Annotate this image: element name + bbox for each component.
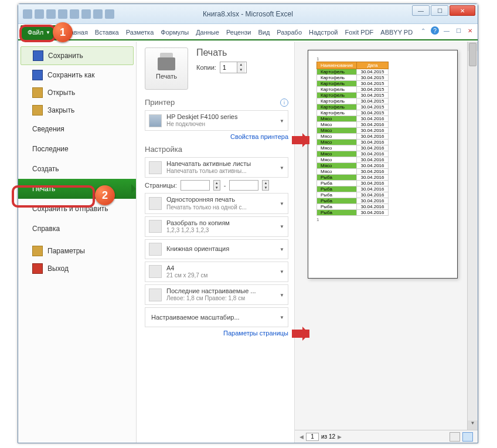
window-close-icon[interactable]: ✕ bbox=[466, 26, 474, 35]
page-number-bottom: 1 bbox=[316, 217, 449, 222]
table-header: Дата bbox=[357, 62, 388, 69]
table-row: Рыба30.04.2016 bbox=[317, 186, 389, 192]
close-button[interactable]: ✕ bbox=[450, 5, 475, 16]
spin-up-icon[interactable]: ▲ bbox=[237, 62, 245, 67]
nav-new[interactable]: Создать bbox=[18, 159, 136, 179]
setting-collate[interactable]: Разобрать по копиям1,2,3 1,2,3 1,2,3 ▼ bbox=[145, 216, 288, 237]
print-button[interactable]: Печать bbox=[145, 47, 188, 90]
ribbon-tab[interactable]: Формулы bbox=[157, 25, 192, 39]
chevron-down-icon: ▼ bbox=[280, 246, 284, 252]
printer-select[interactable]: HP Deskjet F4100 series Не подключен ▼ bbox=[145, 110, 288, 131]
table-row: Картофель30.04.2015 bbox=[317, 99, 389, 104]
current-page-input[interactable] bbox=[306, 433, 319, 441]
margins-icon bbox=[149, 289, 162, 301]
nav-open[interactable]: Открыть bbox=[18, 84, 136, 101]
table-row: Мясо30.04.2016 bbox=[317, 151, 389, 157]
file-tab[interactable]: Файл ▼ bbox=[21, 25, 57, 39]
copies-input[interactable] bbox=[220, 62, 237, 73]
qat-btn[interactable] bbox=[93, 9, 103, 19]
setting-orientation[interactable]: Книжная ориентация ▼ bbox=[145, 239, 288, 259]
spin-down-icon[interactable]: ▼ bbox=[237, 67, 245, 73]
help-icon[interactable]: ? bbox=[431, 26, 439, 35]
qat-btn[interactable] bbox=[58, 9, 67, 19]
quick-access-toolbar bbox=[18, 9, 114, 19]
chevron-down-icon: ▼ bbox=[46, 30, 50, 35]
ribbon-tab[interactable]: ABBYY PD bbox=[377, 25, 416, 39]
backstage: Сохранить Сохранить как Открыть Закрыть … bbox=[18, 42, 478, 443]
total-pages-label: из 12 bbox=[321, 433, 335, 440]
setting-paper[interactable]: A421 см x 29,7 см ▼ bbox=[145, 262, 288, 282]
preview-page: 1 НаименованиеДата Картофель30.04.2015Ка… bbox=[308, 50, 458, 279]
ribbon-tab[interactable]: Рецензи bbox=[223, 25, 255, 39]
nav-recent[interactable]: Последние bbox=[18, 139, 136, 159]
ribbon-tab[interactable]: Разрабо bbox=[273, 25, 305, 39]
table-row: Картофель30.04.2015 bbox=[317, 104, 389, 110]
table-row: Рыба30.04.2016 bbox=[317, 175, 389, 181]
printer-device-icon bbox=[149, 114, 162, 127]
ribbon-tab[interactable]: Надстрой bbox=[305, 25, 341, 39]
nav-print[interactable]: Печать bbox=[18, 179, 136, 199]
window-min-icon[interactable]: — bbox=[442, 26, 451, 35]
setting-what-to-print[interactable]: Напечатать активные листыНапечатать толь… bbox=[145, 157, 288, 178]
file-tab-label: Файл bbox=[28, 29, 43, 36]
printer-icon bbox=[158, 57, 175, 70]
ribbon-tab[interactable]: Вставка bbox=[91, 25, 122, 39]
prev-page-icon[interactable]: ◀ bbox=[299, 434, 304, 440]
info-icon[interactable]: i bbox=[280, 99, 288, 107]
nav-help[interactable]: Справка bbox=[18, 219, 136, 239]
table-row: Рыба30.04.2016 bbox=[317, 192, 389, 198]
app-window: Книга8.xlsx - Microsoft Excel — ☐ ✕ Файл… bbox=[18, 4, 478, 443]
qat-save-icon[interactable] bbox=[23, 9, 32, 19]
vertical-scrollbar[interactable]: ▲ ▼ bbox=[467, 42, 478, 430]
pages-to-input[interactable] bbox=[229, 180, 258, 191]
ribbon-tab[interactable]: Данные bbox=[192, 25, 223, 39]
setting-margins[interactable]: Последние настраиваемые ...Левое: 1,8 см… bbox=[145, 284, 288, 305]
maximize-button[interactable]: ☐ bbox=[431, 5, 448, 16]
nav-info[interactable]: Сведения bbox=[18, 119, 136, 139]
qat-undo-icon[interactable] bbox=[35, 9, 44, 19]
table-row: Мясо30.04.2016 bbox=[317, 157, 389, 163]
setting-scaling[interactable]: Настраиваемое масштабир... ▼ bbox=[145, 307, 288, 327]
pages-from-input[interactable] bbox=[181, 180, 210, 191]
ribbon-tab[interactable]: Разметка bbox=[122, 25, 158, 39]
nav-save[interactable]: Сохранить bbox=[21, 46, 134, 65]
page-setup-link[interactable]: Параметры страницы bbox=[145, 330, 288, 337]
setting-sides[interactable]: Односторонняя печатьПечатать только на о… bbox=[145, 193, 288, 213]
nav-close[interactable]: Закрыть bbox=[18, 101, 136, 119]
printer-section-label: Принтер bbox=[145, 98, 175, 107]
pages-label: Страницы: bbox=[145, 182, 177, 189]
nav-save-as[interactable]: Сохранить как bbox=[18, 66, 136, 84]
table-row: Мясо30.04.2016 bbox=[317, 134, 389, 140]
next-page-icon[interactable]: ▶ bbox=[338, 434, 342, 440]
ribbon-tab[interactable]: Foxit PDF bbox=[341, 25, 377, 39]
scroll-thumb[interactable] bbox=[469, 43, 476, 66]
nav-save-send[interactable]: Сохранить и отправить bbox=[18, 199, 136, 219]
table-row: Мясо30.04.2016 bbox=[317, 140, 389, 145]
copies-label: Копии: bbox=[196, 64, 216, 71]
qat-btn[interactable] bbox=[105, 9, 114, 19]
ribbon-tab[interactable]: Главная bbox=[60, 25, 91, 39]
ribbon-tab[interactable]: Вид bbox=[254, 25, 273, 39]
table-row: Картофель30.04.2015 bbox=[317, 110, 389, 116]
show-margins-button[interactable] bbox=[462, 432, 473, 442]
copies-spinner[interactable]: ▲▼ bbox=[220, 62, 247, 73]
nav-exit[interactable]: Выход bbox=[18, 260, 136, 277]
chevron-down-icon: ▼ bbox=[280, 118, 284, 123]
printer-properties-link[interactable]: Свойства принтера bbox=[145, 133, 288, 140]
window-restore-icon[interactable]: ☐ bbox=[454, 26, 462, 35]
qat-redo-icon[interactable] bbox=[46, 9, 56, 19]
nav-options[interactable]: Параметры bbox=[18, 242, 136, 260]
scroll-down-icon[interactable]: ▼ bbox=[468, 420, 478, 430]
zoom-to-page-button[interactable] bbox=[450, 432, 460, 442]
qat-btn[interactable] bbox=[70, 9, 79, 19]
table-row: Картофель30.04.2015 bbox=[317, 69, 389, 75]
print-title: Печать bbox=[196, 47, 247, 58]
table-row: Картофель30.04.2015 bbox=[317, 81, 389, 87]
chevron-down-icon: ▼ bbox=[280, 224, 284, 229]
help-expand-icon[interactable]: ⌃ bbox=[419, 26, 427, 35]
table-row: Мясо30.04.2016 bbox=[317, 128, 389, 134]
minimize-button[interactable]: — bbox=[412, 5, 430, 16]
collate-icon bbox=[149, 220, 162, 233]
qat-btn[interactable] bbox=[81, 9, 91, 19]
titlebar: Книга8.xlsx - Microsoft Excel — ☐ ✕ bbox=[18, 4, 478, 24]
